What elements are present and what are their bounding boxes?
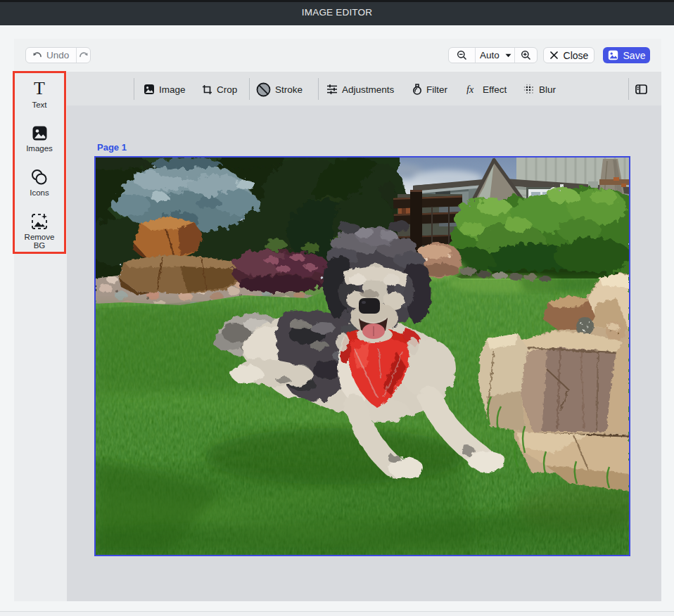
svg-text:fx: fx xyxy=(466,84,474,94)
